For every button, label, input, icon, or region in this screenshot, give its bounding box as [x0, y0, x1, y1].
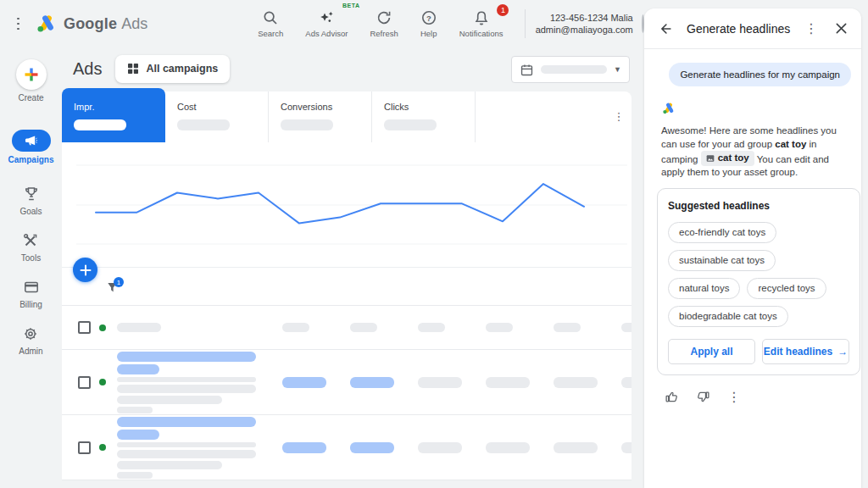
- metric-tab-clicks[interactable]: Clicks: [372, 92, 476, 142]
- create-plus-icon: [24, 67, 39, 82]
- notification-badge: 1: [497, 4, 509, 16]
- row-checkbox[interactable]: [78, 376, 91, 389]
- help-button[interactable]: ? Help: [420, 9, 437, 38]
- grid-icon: [127, 63, 139, 75]
- notifications-button[interactable]: 1 Notifications: [459, 9, 504, 38]
- account-id: 123-456-1234 Malia: [536, 12, 633, 24]
- cell-placeholder: [418, 323, 445, 332]
- chart-options-menu-icon[interactable]: ⋮: [606, 92, 632, 142]
- table-row: [62, 415, 632, 480]
- cell-placeholder: [554, 442, 598, 453]
- cell-placeholder: [117, 472, 153, 479]
- asset-chip-label: cat toy: [718, 152, 749, 165]
- search-label: Search: [258, 29, 283, 38]
- notifications-label: Notifications: [459, 29, 504, 38]
- panel-header: Generate headlines ⋮: [644, 8, 861, 49]
- apply-all-button[interactable]: Apply all: [668, 339, 755, 364]
- billing-icon: [23, 279, 40, 296]
- cell-placeholder: [117, 450, 256, 458]
- chart-series-line: [96, 184, 584, 224]
- help-label: Help: [420, 29, 437, 38]
- menu-icon[interactable]: [17, 18, 19, 30]
- search-button[interactable]: Search: [258, 9, 283, 38]
- row-checkbox[interactable]: [78, 321, 91, 334]
- metric-tab-cost[interactable]: Cost: [165, 92, 269, 142]
- asset-chip[interactable]: cat toy: [701, 151, 754, 166]
- cell-placeholder: [282, 323, 309, 332]
- arrow-right-icon: →: [837, 346, 848, 358]
- panel-menu-icon[interactable]: ⋮: [804, 20, 818, 36]
- admin-gear-icon: [22, 325, 39, 342]
- plus-icon: [80, 264, 92, 276]
- page-title: Ads: [73, 59, 102, 79]
- feedback-bar: ⋮: [665, 389, 853, 405]
- refresh-button[interactable]: Refresh: [370, 9, 398, 38]
- top-app-bar: Google Ads Search BETA Ads Advisor Refre…: [0, 0, 644, 47]
- cell-placeholder: [117, 461, 222, 469]
- search-icon: [262, 9, 279, 26]
- refresh-label: Refresh: [370, 29, 398, 38]
- sidebar-item-billing[interactable]: Billing: [19, 278, 42, 309]
- google-ads-logo-icon: [35, 14, 57, 34]
- back-arrow-icon[interactable]: [658, 21, 673, 36]
- metric-tab-impressions[interactable]: Impr.: [62, 88, 165, 142]
- panel-body: Generate headlines for my campaign Aweso…: [644, 63, 861, 405]
- close-icon[interactable]: [835, 22, 848, 35]
- cell-placeholder: [621, 323, 632, 332]
- google-ads-logo: Google Ads: [35, 14, 147, 34]
- thumbs-down-icon[interactable]: [696, 390, 710, 404]
- sidebar-item-goals[interactable]: Goals: [19, 185, 42, 216]
- cell-placeholder: [350, 442, 394, 453]
- headline-chip[interactable]: recycled toys: [747, 278, 826, 299]
- date-range-picker[interactable]: ▼: [511, 56, 630, 83]
- status-enabled-icon: [99, 324, 106, 331]
- left-nav: Create Campaigns Goals Tools Billing Adm…: [0, 47, 62, 488]
- headline-chip[interactable]: biodegradable cat toys: [668, 306, 788, 327]
- date-range-placeholder: [541, 65, 607, 74]
- account-info: 123-456-1234 Malia admin@maliayoga.com: [536, 12, 633, 36]
- headline-chip[interactable]: natural toys: [668, 278, 740, 299]
- sidebar-item-tools[interactable]: Tools: [21, 231, 41, 263]
- cell-placeholder: [117, 396, 222, 404]
- cell-placeholder: [117, 352, 256, 362]
- metric-tabs: Impr. Cost Conversions Clicks ⋮: [62, 92, 632, 142]
- status-enabled-icon: [99, 444, 106, 451]
- account-email: admin@maliayoga.com: [536, 24, 633, 36]
- cell-placeholder: [117, 442, 256, 447]
- thumbs-up-icon[interactable]: [665, 390, 679, 404]
- sidebar-item-create[interactable]: Create: [16, 59, 47, 103]
- table-row: [62, 350, 632, 415]
- cell-placeholder: [621, 442, 632, 453]
- ads-advisor-button[interactable]: BETA Ads Advisor: [305, 9, 348, 38]
- all-campaigns-label: All campaigns: [146, 63, 218, 75]
- headline-chip[interactable]: sustainable cat toys: [668, 250, 776, 271]
- sidebar-label-campaigns: Campaigns: [8, 155, 54, 164]
- cell-placeholder: [554, 377, 598, 388]
- cell-placeholder: [117, 385, 256, 393]
- cell-placeholder: [554, 323, 581, 332]
- metric-tab-conversions[interactable]: Conversions: [269, 92, 372, 142]
- cell-placeholder: [117, 364, 159, 374]
- edit-headlines-button[interactable]: Edit headlines→: [762, 339, 849, 364]
- create-button[interactable]: [16, 59, 47, 90]
- user-chat-bubble: Generate headlines for my campaign: [669, 63, 851, 86]
- add-fab-button[interactable]: [73, 258, 97, 282]
- google-ads-assistant-icon: [661, 102, 676, 115]
- row-checkbox[interactable]: [78, 441, 91, 454]
- sidebar-item-campaigns[interactable]: Campaigns: [8, 130, 54, 164]
- brand-google: Google: [64, 15, 117, 33]
- feedback-menu-icon[interactable]: ⋮: [727, 389, 741, 405]
- ads-advisor-label: Ads Advisor: [305, 29, 348, 38]
- cell-placeholder: [282, 442, 326, 453]
- calendar-icon: [520, 63, 534, 77]
- sidebar-item-admin[interactable]: Admin: [19, 324, 42, 356]
- table-toolbar: 1: [62, 267, 632, 306]
- sidebar-label-admin: Admin: [19, 347, 42, 356]
- headline-chip[interactable]: eco-friendly cat toys: [668, 222, 776, 243]
- all-campaigns-button[interactable]: All campaigns: [115, 55, 230, 83]
- suggested-headlines-card: Suggested headlines eco-friendly cat toy…: [657, 188, 860, 375]
- ad-group-name: cat toy: [775, 139, 806, 149]
- metric-value-placeholder: [74, 119, 126, 130]
- campaigns-overview-card: Impr. Cost Conversions Clicks ⋮: [62, 92, 632, 480]
- metric-value-placeholder: [281, 119, 333, 130]
